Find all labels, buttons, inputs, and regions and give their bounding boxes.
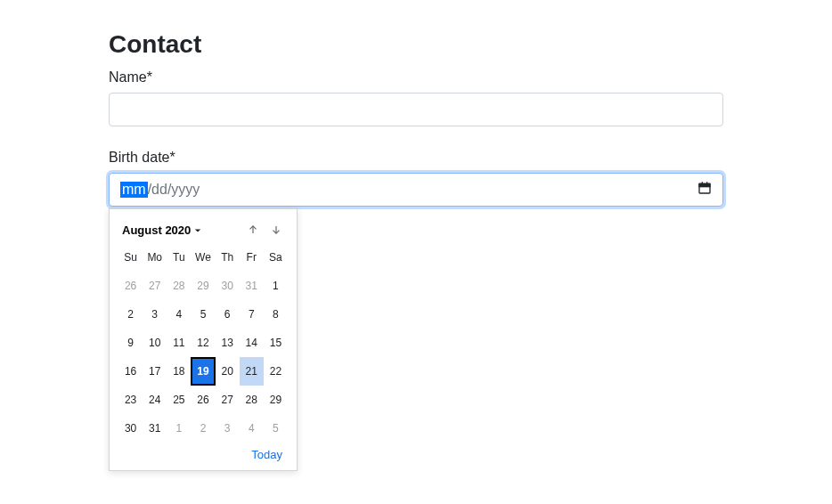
calendar-day[interactable]: 25	[167, 386, 191, 414]
calendar-day[interactable]: 17	[143, 357, 167, 386]
calendar-day[interactable]: 9	[118, 329, 143, 357]
name-field-group: Name*	[109, 69, 723, 126]
calendar-day[interactable]: 20	[216, 357, 240, 386]
chevron-down-icon	[194, 224, 201, 237]
month-year-selector[interactable]: August 2020	[122, 224, 201, 237]
calendar-day-next[interactable]: 1	[167, 414, 191, 443]
calendar-day[interactable]: 27	[216, 386, 240, 414]
birth-date-value: mm/dd/yyyy	[120, 182, 200, 198]
calendar-day[interactable]: 2	[118, 300, 143, 329]
dow-header: We	[191, 248, 215, 266]
calendar-day-next[interactable]: 3	[216, 414, 240, 443]
today-button[interactable]: Today	[251, 448, 282, 461]
dow-header: Sa	[264, 248, 288, 266]
calendar-day[interactable]: 4	[167, 300, 191, 329]
calendar-day[interactable]: 28	[240, 386, 264, 414]
calendar-day[interactable]: 21	[240, 357, 264, 386]
calendar-day[interactable]: 30	[118, 414, 143, 443]
name-label: Name*	[109, 69, 723, 85]
dow-header: Su	[118, 248, 143, 266]
calendar-day-prev[interactable]: 26	[118, 272, 143, 300]
birth-day-year-segment[interactable]: /dd/yyyy	[148, 182, 200, 198]
svg-rect-1	[699, 183, 710, 186]
calendar-grid: SuMoTuWeThFrSa26272829303112345678910111…	[118, 248, 288, 443]
calendar-day[interactable]: 3	[143, 300, 167, 329]
calendar-day[interactable]: 29	[264, 386, 288, 414]
calendar-day[interactable]: 16	[118, 357, 143, 386]
page-title: Contact	[109, 30, 723, 59]
calendar-day-next[interactable]: 4	[240, 414, 264, 443]
calendar-day[interactable]: 31	[143, 414, 167, 443]
calendar-day[interactable]: 6	[216, 300, 240, 329]
birth-label: Birth date*	[109, 150, 723, 166]
birth-date-input[interactable]: mm/dd/yyyy	[109, 173, 723, 207]
birth-field-group: Birth date* mm/dd/yyyy	[109, 150, 723, 207]
name-input[interactable]	[109, 93, 723, 126]
next-month-button[interactable]	[268, 222, 284, 238]
calendar-day[interactable]: 26	[191, 386, 215, 414]
calendar-day[interactable]: 1	[264, 272, 288, 300]
calendar-day[interactable]: 5	[191, 300, 215, 329]
calendar-day-prev[interactable]: 30	[216, 272, 240, 300]
calendar-day[interactable]: 24	[143, 386, 167, 414]
calendar-day[interactable]: 15	[264, 329, 288, 357]
calendar-day[interactable]: 22	[264, 357, 288, 386]
calendar-day-prev[interactable]: 28	[167, 272, 191, 300]
dow-header: Tu	[167, 248, 191, 266]
birth-month-segment[interactable]: mm	[120, 182, 148, 198]
calendar-day[interactable]: 11	[167, 329, 191, 357]
calendar-day-next[interactable]: 2	[191, 414, 215, 443]
calendar-day[interactable]: 12	[191, 329, 215, 357]
month-year-label: August 2020	[122, 224, 191, 237]
calendar-day-next[interactable]: 5	[264, 414, 288, 443]
calendar-icon[interactable]	[697, 181, 712, 199]
calendar-day[interactable]: 23	[118, 386, 143, 414]
calendar-day[interactable]: 19	[191, 357, 215, 386]
calendar-day-prev[interactable]: 27	[143, 272, 167, 300]
calendar-day[interactable]: 14	[240, 329, 264, 357]
calendar-day-prev[interactable]: 29	[191, 272, 215, 300]
prev-month-button[interactable]	[245, 222, 261, 238]
dow-header: Fr	[240, 248, 264, 266]
calendar-day[interactable]: 7	[240, 300, 264, 329]
calendar-day[interactable]: 10	[143, 329, 167, 357]
dow-header: Th	[216, 248, 240, 266]
calendar-day-prev[interactable]: 31	[240, 272, 264, 300]
dow-header: Mo	[143, 248, 167, 266]
calendar-day[interactable]: 18	[167, 357, 191, 386]
calendar-day[interactable]: 8	[264, 300, 288, 329]
date-picker-popup: August 2020 SuMoTuWeThFrSa2	[109, 208, 298, 471]
calendar-day[interactable]: 13	[216, 329, 240, 357]
